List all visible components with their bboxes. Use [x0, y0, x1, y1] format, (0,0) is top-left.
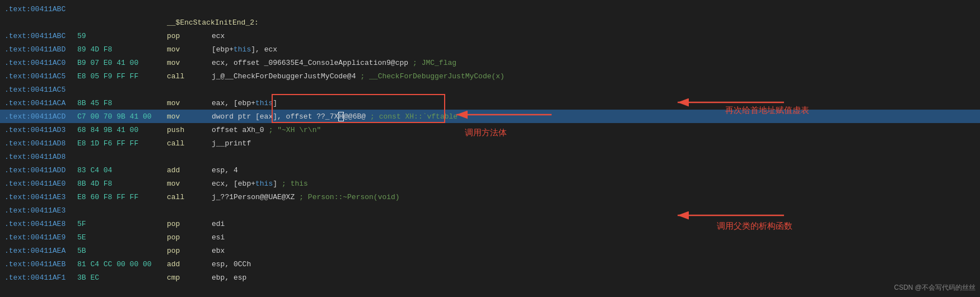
mnemonic: call: [167, 139, 212, 148]
address: .text:00411AE8: [4, 220, 77, 228]
address: .text:00411AE0: [4, 180, 77, 188]
bytes: E8 1D F6 FF FF: [77, 139, 167, 148]
operand: edi: [212, 220, 225, 228]
mnemonic: mov: [167, 112, 212, 121]
bytes: 59: [77, 32, 167, 40]
address: .text:00411AC5: [4, 72, 77, 81]
address: .text:00411AD3: [4, 126, 77, 134]
operand: esp, 0CCh: [212, 260, 251, 268]
mnemonic: mov: [167, 99, 212, 107]
mnemonic: add: [167, 166, 212, 175]
code-line: .text:00411AE3 E8 60 F8 FF FF call j_??1…: [0, 190, 980, 204]
code-line: .text:00411ACA 8B 45 F8 mov eax, [ebp+th…: [0, 96, 980, 110]
operand: j_@__CheckForDebuggerJustMyCode@4: [212, 72, 356, 81]
label-text: __$EncStackInitEnd_2:: [167, 18, 259, 27]
address: .text:00411AD8: [4, 153, 77, 161]
operand: ebx: [212, 247, 225, 255]
bytes: C7 00 70 9B 41 00: [77, 112, 167, 121]
mnemonic: pop: [167, 32, 212, 40]
code-line: .text:00411AD8: [0, 150, 980, 163]
mnemonic: pop: [167, 233, 212, 242]
code-line: .text:00411AF1 3B EC cmp ebp, esp: [0, 271, 980, 284]
bytes: B9 07 E0 41 00: [77, 59, 167, 67]
address: .text:00411AD8: [4, 139, 77, 148]
operand: j_??1Person@@UAE@XZ: [212, 193, 295, 201]
code-line: .text:00411AE8 5F pop edi: [0, 217, 980, 230]
bytes: 68 84 9B 41 00: [77, 126, 167, 134]
code-line: .text:00411AE3: [0, 204, 980, 217]
bytes: 5F: [77, 220, 167, 228]
mnemonic: pop: [167, 220, 212, 228]
code-line: .text:00411AC5 E8 05 F9 FF FF call j_@__…: [0, 69, 980, 83]
address: .text:00411ABC: [4, 5, 77, 13]
mnemonic: push: [167, 126, 212, 134]
address: .text:00411AE3: [4, 206, 77, 215]
bytes: 89 4D F8: [77, 45, 167, 54]
address: .text:00411AEA: [4, 247, 77, 255]
operand: esp, 4: [212, 166, 238, 175]
operand: ecx, offset _096635E4_ConsoleApplication…: [212, 59, 408, 67]
bytes: 5E: [77, 233, 167, 242]
code-line: .text:00411AC0 B9 07 E0 41 00 mov ecx, o…: [0, 56, 980, 69]
mnemonic: mov: [167, 59, 212, 67]
mnemonic: cmp: [167, 274, 212, 282]
address: .text:00411ADD: [4, 166, 77, 175]
bytes: 8B 4D F8: [77, 180, 167, 188]
operand: esi: [212, 233, 225, 242]
comment: ; "~XH \r\n": [269, 126, 321, 134]
comment: ; const XH::`vftable': [370, 112, 462, 121]
comment: ; JMC_flag: [413, 59, 456, 67]
operand: [ebp+this], ecx: [212, 45, 277, 54]
code-line: .text:00411AE9 5E pop esi: [0, 230, 980, 244]
code-line-boxed-2: .text:00411AD8 E8 1D F6 FF FF call j__pr…: [0, 136, 980, 150]
address: .text:00411ABD: [4, 45, 77, 54]
bytes: 3B EC: [77, 274, 167, 282]
comment: ; this: [282, 180, 308, 188]
operand: j__printf: [212, 139, 251, 148]
code-line: .text:00411AE0 8B 4D F8 mov ecx, [ebp+th…: [0, 177, 980, 190]
code-line-boxed-1: .text:00411AD3 68 84 9B 41 00 push offse…: [0, 123, 980, 136]
bytes: 8B 45 F8: [77, 99, 167, 107]
address: .text:00411AC5: [4, 86, 77, 94]
bytes: 83 C4 04: [77, 166, 167, 175]
code-line: .text:00411AEB 81 C4 CC 00 00 00 add esp…: [0, 257, 980, 271]
mnemonic: call: [167, 193, 212, 201]
address: .text:00411ACD: [4, 112, 77, 121]
bytes: E8 60 F8 FF FF: [77, 193, 167, 201]
address: .text:00411ABC: [4, 32, 77, 40]
mnemonic: add: [167, 260, 212, 268]
operand: offset aXh_0: [212, 126, 264, 134]
code-area: .text:00411ABC __$EncStackInitEnd_2: .te…: [0, 0, 980, 297]
operand: dword ptr [eax], offset ??_7XH@@6B@: [212, 112, 366, 121]
operand: ebp, esp: [212, 274, 246, 282]
mnemonic: call: [167, 72, 212, 81]
mnemonic: mov: [167, 45, 212, 54]
code-line: .text:00411ABD 89 4D F8 mov [ebp+this], …: [0, 43, 980, 56]
operand: eax, [ebp+this]: [212, 99, 277, 107]
mnemonic: pop: [167, 247, 212, 255]
main-container: .text:00411ABC __$EncStackInitEnd_2: .te…: [0, 0, 980, 297]
bytes: E8 05 F9 FF FF: [77, 72, 167, 81]
address: .text:00411AC0: [4, 59, 77, 67]
address: .text:00411AE9: [4, 233, 77, 242]
address: .text:00411AEB: [4, 260, 77, 268]
address: .text:00411ACA: [4, 99, 77, 107]
code-line: .text:00411AC5: [0, 83, 980, 96]
address: .text:00411AE3: [4, 193, 77, 201]
code-line: .text:00411ADD 83 C4 04 add esp, 4: [0, 163, 980, 177]
bytes: 81 C4 CC 00 00 00: [77, 260, 167, 268]
code-line: .text:00411ABC 59 pop ecx: [0, 29, 980, 43]
code-line: .text:00411ABC: [0, 2, 980, 16]
code-line-highlighted: .text:00411ACD C7 00 70 9B 41 00 mov dwo…: [0, 110, 980, 123]
code-line: .text:00411AEA 5B pop ebx: [0, 244, 980, 257]
label-line: __$EncStackInitEnd_2:: [0, 16, 980, 29]
mnemonic: mov: [167, 180, 212, 188]
address: .text:00411AF1: [4, 274, 77, 282]
comment: ; Person::~Person(void): [299, 193, 399, 201]
operand: ecx, [ebp+this]: [212, 180, 277, 188]
bytes: 5B: [77, 247, 167, 255]
operand: ecx: [212, 32, 225, 40]
comment: ; __CheckForDebuggerJustMyCode(x): [360, 72, 504, 81]
